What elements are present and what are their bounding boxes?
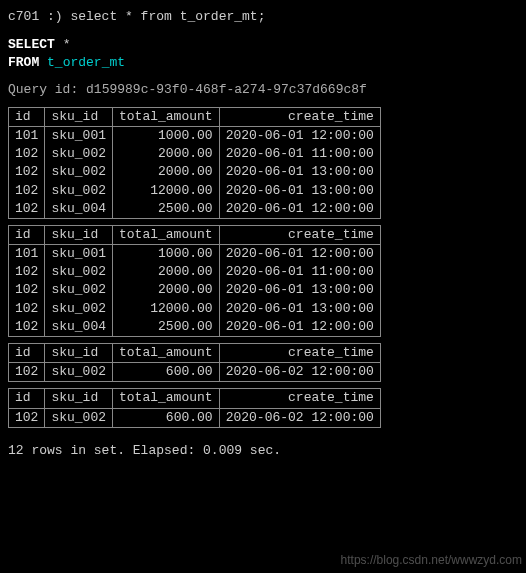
table-row: 102sku_0022000.002020-06-01 13:00:00 — [9, 163, 381, 181]
column-header: sku_id — [45, 389, 113, 408]
column-header: total_amount — [113, 344, 220, 363]
cell-total-amount: 12000.00 — [113, 300, 220, 318]
cell-create-time: 2020-06-01 12:00:00 — [219, 126, 380, 145]
cell-create-time: 2020-06-02 12:00:00 — [219, 363, 380, 382]
column-header: total_amount — [113, 389, 220, 408]
cell-create-time: 2020-06-01 13:00:00 — [219, 182, 380, 200]
cell-id: 102 — [9, 263, 45, 281]
table-name: t_order_mt — [47, 55, 125, 70]
cell-create-time: 2020-06-01 12:00:00 — [219, 318, 380, 337]
table-row: 102sku_002600.002020-06-02 12:00:00 — [9, 363, 381, 382]
column-header: id — [9, 225, 45, 244]
cell-id: 102 — [9, 163, 45, 181]
cell-total-amount: 600.00 — [113, 363, 220, 382]
cell-sku-id: sku_002 — [45, 263, 113, 281]
cell-total-amount: 2000.00 — [113, 163, 220, 181]
table-row: 102sku_0022000.002020-06-01 11:00:00 — [9, 263, 381, 281]
cell-sku-id: sku_004 — [45, 318, 113, 337]
column-header: id — [9, 389, 45, 408]
result-blocks: idsku_idtotal_amountcreate_time101sku_00… — [8, 107, 518, 428]
cell-create-time: 2020-06-01 13:00:00 — [219, 281, 380, 299]
cell-total-amount: 2000.00 — [113, 145, 220, 163]
cell-create-time: 2020-06-01 12:00:00 — [219, 200, 380, 219]
cell-total-amount: 600.00 — [113, 408, 220, 427]
cell-sku-id: sku_002 — [45, 363, 113, 382]
cell-id: 101 — [9, 245, 45, 264]
column-header: sku_id — [45, 225, 113, 244]
cell-id: 102 — [9, 408, 45, 427]
echoed-query: SELECT * FROM t_order_mt — [8, 36, 518, 72]
cell-sku-id: sku_002 — [45, 163, 113, 181]
cell-total-amount: 1000.00 — [113, 126, 220, 145]
cell-total-amount: 2000.00 — [113, 263, 220, 281]
column-header: total_amount — [113, 225, 220, 244]
result-table: idsku_idtotal_amountcreate_time102sku_00… — [8, 388, 381, 427]
query-id-label: Query id: — [8, 82, 78, 97]
cell-id: 102 — [9, 363, 45, 382]
cell-id: 102 — [9, 300, 45, 318]
column-header: create_time — [219, 107, 380, 126]
cell-id: 102 — [9, 281, 45, 299]
cell-create-time: 2020-06-01 13:00:00 — [219, 163, 380, 181]
cell-sku-id: sku_001 — [45, 126, 113, 145]
cell-id: 101 — [9, 126, 45, 145]
cell-id: 102 — [9, 145, 45, 163]
table-row: 102sku_0042500.002020-06-01 12:00:00 — [9, 318, 381, 337]
result-table: idsku_idtotal_amountcreate_time102sku_00… — [8, 343, 381, 382]
result-footer: 12 rows in set. Elapsed: 0.009 sec. — [8, 442, 518, 460]
select-star: * — [63, 37, 71, 52]
cell-sku-id: sku_002 — [45, 281, 113, 299]
prompt-line: c701 :) select * from t_order_mt; — [8, 8, 518, 26]
table-row: 102sku_0022000.002020-06-01 13:00:00 — [9, 281, 381, 299]
cell-sku-id: sku_001 — [45, 245, 113, 264]
cell-id: 102 — [9, 182, 45, 200]
cell-create-time: 2020-06-01 11:00:00 — [219, 263, 380, 281]
table-row: 101sku_0011000.002020-06-01 12:00:00 — [9, 126, 381, 145]
cell-sku-id: sku_002 — [45, 408, 113, 427]
result-table: idsku_idtotal_amountcreate_time101sku_00… — [8, 107, 381, 219]
column-header: sku_id — [45, 344, 113, 363]
cell-total-amount: 2500.00 — [113, 200, 220, 219]
cell-create-time: 2020-06-01 12:00:00 — [219, 245, 380, 264]
table-row: 102sku_00212000.002020-06-01 13:00:00 — [9, 182, 381, 200]
cell-sku-id: sku_002 — [45, 145, 113, 163]
result-table: idsku_idtotal_amountcreate_time101sku_00… — [8, 225, 381, 337]
cell-id: 102 — [9, 200, 45, 219]
column-header: create_time — [219, 225, 380, 244]
cell-total-amount: 2500.00 — [113, 318, 220, 337]
column-header: sku_id — [45, 107, 113, 126]
cell-id: 102 — [9, 318, 45, 337]
table-row: 102sku_002600.002020-06-02 12:00:00 — [9, 408, 381, 427]
column-header: create_time — [219, 344, 380, 363]
cell-total-amount: 1000.00 — [113, 245, 220, 264]
table-row: 102sku_00212000.002020-06-01 13:00:00 — [9, 300, 381, 318]
table-row: 101sku_0011000.002020-06-01 12:00:00 — [9, 245, 381, 264]
column-header: id — [9, 344, 45, 363]
column-header: id — [9, 107, 45, 126]
select-keyword: SELECT — [8, 37, 55, 52]
cell-total-amount: 2000.00 — [113, 281, 220, 299]
cell-sku-id: sku_004 — [45, 200, 113, 219]
column-header: create_time — [219, 389, 380, 408]
cell-create-time: 2020-06-02 12:00:00 — [219, 408, 380, 427]
cell-sku-id: sku_002 — [45, 182, 113, 200]
cell-create-time: 2020-06-01 11:00:00 — [219, 145, 380, 163]
table-row: 102sku_0042500.002020-06-01 12:00:00 — [9, 200, 381, 219]
cell-create-time: 2020-06-01 13:00:00 — [219, 300, 380, 318]
cell-sku-id: sku_002 — [45, 300, 113, 318]
table-row: 102sku_0022000.002020-06-01 11:00:00 — [9, 145, 381, 163]
query-id-value: d159989c-93f0-468f-a274-97c37d669c8f — [86, 82, 367, 97]
query-id-line: Query id: d159989c-93f0-468f-a274-97c37d… — [8, 81, 518, 99]
cell-total-amount: 12000.00 — [113, 182, 220, 200]
from-keyword: FROM — [8, 55, 39, 70]
column-header: total_amount — [113, 107, 220, 126]
